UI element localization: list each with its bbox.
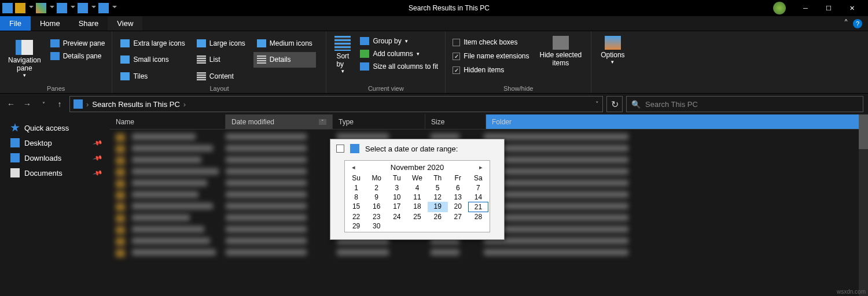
tab-view[interactable]: View [108, 16, 142, 31]
group-by-button[interactable]: Group by▾ [358, 36, 440, 46]
calendar-day[interactable]: 15 [346, 202, 366, 212]
sidebar-documents[interactable]: Documents📌 [0, 165, 110, 180]
sidebar-desktop[interactable]: Desktop📌 [0, 135, 110, 150]
user-avatar-icon[interactable] [773, 2, 786, 14]
chevron-right-icon[interactable]: › [183, 100, 186, 109]
calendar-day[interactable]: 11 [407, 193, 427, 202]
qat-icon[interactable] [78, 3, 88, 13]
app-icon[interactable] [2, 3, 13, 13]
column-name[interactable]: Name [110, 114, 226, 129]
calendar-day[interactable]: 20 [448, 202, 468, 212]
details-pane-button[interactable]: Details pane [48, 51, 108, 61]
group-label-currentview: Current view [331, 84, 440, 92]
date-filter-checkbox[interactable] [336, 145, 344, 153]
tab-home[interactable]: Home [31, 16, 69, 31]
calendar-day[interactable]: 22 [346, 212, 366, 221]
add-columns-button[interactable]: Add columns▾ [358, 49, 440, 59]
layout-xl-icons[interactable]: Extra large icons [117, 36, 188, 51]
file-extensions-toggle[interactable]: File name extensions [450, 51, 531, 61]
chevron-down-icon[interactable] [29, 6, 34, 10]
calendar-day[interactable]: 27 [448, 212, 468, 221]
calendar-day[interactable]: 16 [366, 202, 387, 212]
column-date-modified[interactable]: Date modified˅ [226, 114, 333, 129]
recent-dropdown[interactable]: ˅ [37, 98, 50, 110]
layout-small-icons[interactable]: Small icons [117, 52, 188, 67]
calendar-day[interactable]: 9 [366, 193, 387, 202]
calendar-day[interactable]: 25 [407, 212, 427, 221]
collapse-ribbon-icon[interactable]: ˄ [844, 18, 848, 29]
breadcrumb[interactable]: Search Results in This PC [92, 100, 180, 109]
qat-icon[interactable] [57, 3, 67, 13]
calendar-day[interactable]: 6 [448, 183, 468, 193]
month-label[interactable]: November 2020 [391, 163, 444, 172]
sort-by-button[interactable]: Sort by▾ [331, 34, 354, 84]
calendar-day[interactable]: 26 [428, 212, 448, 221]
chevron-down-icon[interactable] [112, 6, 117, 10]
chevron-right-icon[interactable]: › [86, 100, 89, 109]
qat-icon[interactable] [15, 3, 25, 13]
size-columns-button[interactable]: Size all columns to fit [358, 61, 440, 72]
calendar-day[interactable]: 10 [387, 193, 407, 202]
chevron-down-icon[interactable] [71, 6, 75, 10]
forward-button[interactable]: → [21, 98, 34, 110]
column-size[interactable]: Size [425, 114, 486, 129]
layout-medium-icons[interactable]: Medium icons [253, 36, 316, 51]
sidebar-downloads[interactable]: Downloads📌 [0, 150, 110, 165]
options-button[interactable]: Options▾ [596, 34, 629, 84]
calendar-day[interactable]: 5 [428, 183, 448, 193]
layout-details[interactable]: Details [253, 52, 316, 67]
close-button[interactable]: ✕ [844, 2, 860, 14]
calendar-day[interactable]: 24 [387, 212, 407, 221]
column-folder[interactable]: Folder [486, 114, 868, 129]
calendar-day[interactable]: 30 [366, 221, 387, 231]
calendar-day[interactable]: 29 [346, 221, 366, 231]
calendar-day[interactable]: 3 [387, 183, 407, 193]
qat-icon[interactable] [98, 3, 109, 13]
item-checkboxes-toggle[interactable]: Item check boxes [450, 37, 531, 47]
calendar-day[interactable]: 2 [366, 183, 387, 193]
calendar-day[interactable]: 1 [346, 183, 366, 193]
address-bar[interactable]: › Search Results in This PC › ˅ [69, 96, 603, 112]
calendar-day[interactable]: 17 [387, 202, 407, 212]
next-month-button[interactable]: ▸ [477, 164, 485, 171]
refresh-button[interactable]: ↻ [606, 96, 623, 112]
layout-tiles[interactable]: Tiles [117, 69, 188, 84]
layout-content[interactable]: Content [193, 69, 249, 84]
back-button[interactable]: ← [5, 98, 17, 110]
scroll-thumb[interactable] [859, 114, 868, 149]
download-icon [10, 153, 20, 162]
chevron-down-icon[interactable] [50, 6, 54, 10]
preview-pane-button[interactable]: Preview pane [48, 38, 108, 49]
scrollbar[interactable] [859, 114, 868, 296]
up-button[interactable]: ↑ [53, 98, 66, 110]
maximize-button[interactable]: ☐ [821, 2, 837, 14]
calendar-day[interactable]: 18 [407, 202, 427, 212]
chevron-down-icon[interactable] [91, 6, 96, 10]
help-icon[interactable]: ? [853, 19, 862, 28]
prev-month-button[interactable]: ◂ [350, 164, 358, 171]
hide-selected-button[interactable]: Hide selected items [535, 34, 587, 84]
layout-list[interactable]: List [193, 52, 249, 67]
calendar-day[interactable]: 28 [468, 212, 488, 221]
chevron-down-icon[interactable]: ˅ [595, 101, 599, 108]
minimize-button[interactable]: ─ [797, 2, 814, 14]
calendar-day[interactable]: 13 [448, 193, 468, 202]
qat-icon[interactable] [36, 3, 46, 13]
chevron-down-icon[interactable]: ˅ [319, 119, 326, 125]
tab-share[interactable]: Share [69, 16, 108, 31]
calendar-day[interactable]: 21 [468, 202, 488, 212]
calendar-day[interactable]: 12 [428, 193, 448, 202]
calendar-day[interactable]: 7 [468, 183, 488, 193]
column-type[interactable]: Type [333, 114, 425, 129]
hidden-items-toggle[interactable]: Hidden items [450, 65, 531, 75]
calendar-day[interactable]: 23 [366, 212, 387, 221]
layout-large-icons[interactable]: Large icons [193, 36, 249, 51]
sidebar-quick-access[interactable]: Quick access [0, 120, 110, 135]
calendar-day[interactable]: 14 [468, 193, 488, 202]
calendar-day[interactable]: 19 [428, 202, 448, 212]
tab-file[interactable]: File [0, 16, 31, 31]
calendar-day[interactable]: 8 [346, 193, 366, 202]
search-input[interactable]: 🔍 Search This PC [626, 96, 863, 112]
calendar-day[interactable]: 4 [407, 183, 427, 193]
navigation-pane-button[interactable]: Navigation pane ▾ [5, 34, 45, 84]
